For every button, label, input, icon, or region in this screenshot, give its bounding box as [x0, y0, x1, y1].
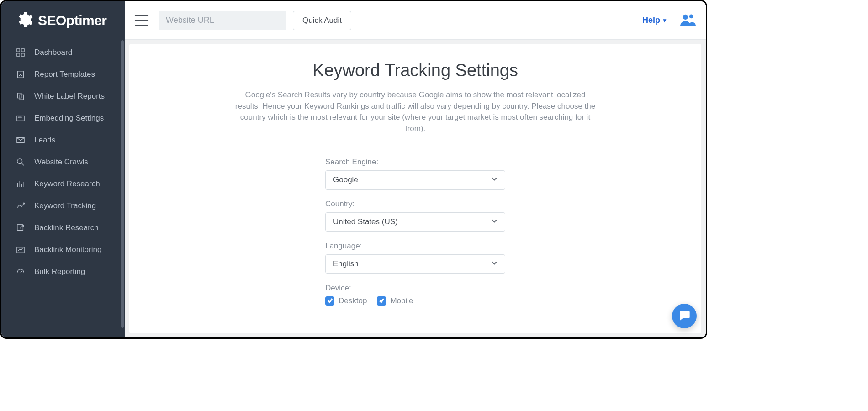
country-label: Country:	[325, 200, 505, 209]
device-option-label: Desktop	[339, 296, 367, 306]
keyword-tracking-icon	[16, 201, 25, 211]
language-value: English	[333, 259, 359, 269]
caret-down-icon: ▼	[662, 17, 667, 24]
device-label: Device:	[325, 284, 505, 293]
checkbox-icon	[325, 296, 334, 306]
svg-point-15	[689, 14, 693, 18]
chat-widget-button[interactable]	[672, 304, 697, 328]
chevron-down-icon	[491, 259, 498, 269]
language-select[interactable]: English	[325, 254, 505, 274]
sidebar-item-dashboard[interactable]: Dashboard	[1, 42, 125, 63]
device-checkbox-mobile[interactable]: Mobile	[377, 296, 413, 306]
sidebar-item-backlink-research[interactable]: Backlink Research	[1, 217, 125, 239]
sidebar-item-label: Website Crawls	[34, 158, 88, 167]
sidebar-item-label: Bulk Reporting	[34, 267, 85, 276]
sidebar-item-keyword-tracking[interactable]: Keyword Tracking	[1, 195, 125, 217]
bulk-reporting-icon	[16, 267, 25, 276]
device-checkbox-desktop[interactable]: Desktop	[325, 296, 367, 306]
white-label-reports-icon	[16, 92, 25, 101]
svg-point-10	[17, 159, 22, 164]
sidebar-nav: DashboardReport TemplatesWhite Label Rep…	[1, 39, 125, 285]
website-url-input[interactable]	[159, 11, 286, 30]
help-label: Help	[642, 16, 660, 25]
brand-gear-icon	[15, 11, 33, 31]
brand-name: SEOptimer	[38, 13, 107, 28]
sidebar-item-backlink-monitoring[interactable]: Backlink Monitoring	[1, 239, 125, 261]
sidebar-item-label: Keyword Research	[34, 179, 100, 189]
sidebar-item-website-crawls[interactable]: Website Crawls	[1, 151, 125, 173]
sidebar-item-leads[interactable]: Leads	[1, 129, 125, 151]
field-search-engine: Search Engine: Google	[325, 158, 505, 190]
sidebar-item-report-templates[interactable]: Report Templates	[1, 63, 125, 85]
sidebar-item-label: Leads	[34, 136, 55, 145]
search-engine-select[interactable]: Google	[325, 170, 505, 190]
keyword-research-icon	[16, 179, 25, 189]
field-language: Language: English	[325, 242, 505, 274]
dashboard-icon	[16, 48, 25, 57]
users-icon[interactable]	[680, 13, 696, 28]
device-option-label: Mobile	[390, 296, 413, 306]
language-label: Language:	[325, 242, 505, 251]
chat-icon	[678, 309, 691, 323]
country-select[interactable]: United States (US)	[325, 212, 505, 232]
page-body: Keyword Tracking Settings Google's Searc…	[125, 40, 706, 337]
brand[interactable]: SEOptimer	[1, 1, 125, 39]
country-value: United States (US)	[333, 217, 398, 227]
settings-form: Search Engine: Google Country: United St…	[325, 158, 505, 333]
topbar: Quick Audit Help ▼	[125, 1, 706, 40]
svg-rect-3	[21, 53, 24, 56]
svg-rect-0	[17, 49, 20, 52]
sidebar-item-label: Dashboard	[34, 48, 72, 57]
leads-icon	[16, 136, 25, 145]
search-engine-label: Search Engine:	[325, 158, 505, 167]
field-device: Device: DesktopMobile	[325, 284, 505, 306]
sidebar-item-keyword-research[interactable]: Keyword Research	[1, 173, 125, 195]
report-templates-icon	[16, 70, 25, 79]
backlink-monitoring-icon	[16, 245, 25, 254]
svg-rect-8	[18, 117, 21, 118]
backlink-research-icon	[16, 223, 25, 232]
quick-audit-button[interactable]: Quick Audit	[293, 11, 351, 30]
help-link[interactable]: Help ▼	[642, 16, 667, 25]
sidebar-item-label: Embedding Settings	[34, 114, 104, 123]
embedding-settings-icon	[16, 114, 25, 123]
sidebar-item-embedding-settings[interactable]: Embedding Settings	[1, 107, 125, 129]
svg-rect-2	[17, 53, 20, 56]
svg-point-14	[683, 14, 688, 19]
checkbox-icon	[377, 296, 386, 306]
svg-rect-12	[17, 225, 23, 231]
sidebar-item-white-label-reports[interactable]: White Label Reports	[1, 85, 125, 107]
chevron-down-icon	[491, 175, 498, 184]
sidebar-item-label: Report Templates	[34, 70, 95, 79]
svg-rect-7	[17, 116, 24, 121]
page-description: Google's Search Results vary by country …	[235, 90, 596, 135]
search-engine-value: Google	[333, 175, 358, 184]
field-country: Country: United States (US)	[325, 200, 505, 232]
sidebar-item-label: White Label Reports	[34, 92, 105, 101]
page-title: Keyword Tracking Settings	[157, 61, 674, 80]
sidebar-item-label: Backlink Research	[34, 223, 99, 232]
sidebar-item-label: Keyword Tracking	[34, 201, 96, 211]
chevron-down-icon	[491, 217, 498, 227]
settings-card: Keyword Tracking Settings Google's Searc…	[129, 44, 701, 333]
sidebar: SEOptimer DashboardReport TemplatesWhite…	[1, 1, 125, 337]
sidebar-item-bulk-reporting[interactable]: Bulk Reporting	[1, 261, 125, 283]
svg-rect-1	[21, 49, 24, 52]
sidebar-scrollbar[interactable]	[121, 40, 124, 328]
sidebar-item-label: Backlink Monitoring	[34, 245, 101, 254]
website-crawls-icon	[16, 158, 25, 167]
menu-toggle-icon[interactable]	[135, 15, 148, 26]
